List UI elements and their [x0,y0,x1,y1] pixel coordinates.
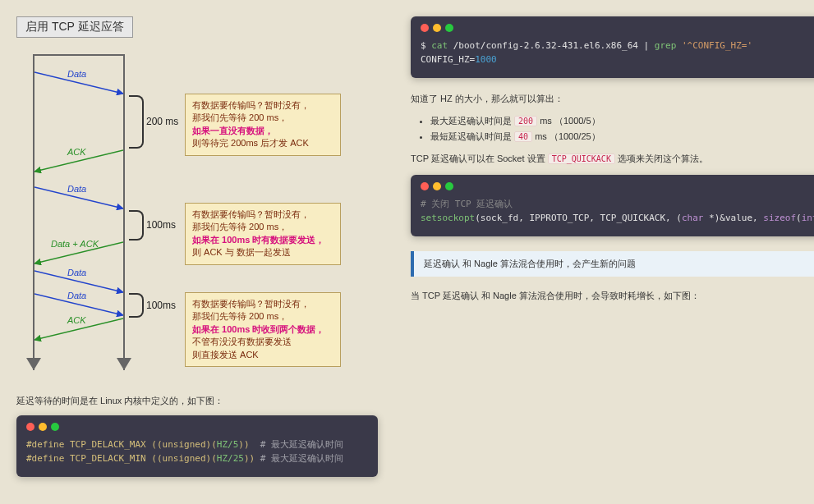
msg-dataack: Data + ACK [34,241,123,265]
maximize-icon [51,423,59,431]
msg-ack-2: ACK [34,317,123,341]
minimize-icon [433,182,441,190]
terminal-body: # 关闭 TCP 延迟确认 setsockopt(sock_fd, IPPROT… [421,198,814,225]
bracket-2 [129,210,144,241]
annotation-3: 有数据要传输吗？暂时没有， 那我们先等待 200 ms， 如果在 100ms 时… [185,292,341,367]
close-icon [26,423,34,431]
window-dots [421,181,814,193]
window-dots [26,422,368,433]
minimize-icon [39,423,47,431]
terminal-delack-define: #define TCP_DELACK_MAX ((unsigned)(HZ/5)… [16,415,378,477]
bullet-max-delay: 最大延迟确认时间是 200 ms （1000/5） [430,115,814,127]
annotation-2: 有数据要传输吗？暂时没有， 那我们先等待 200 ms， 如果在 100ms 时… [185,203,341,265]
left-caption: 延迟等待的时间是在 Linux 内核中定义的，如下图： [16,395,378,407]
bracket-1 [129,95,144,149]
window-dots [421,23,814,34]
left-column: 启用 TCP 延迟应答 Data 200 ms 有数据要传输吗？暂时没有， 那我… [16,16,378,492]
terminal-setsockopt: # 关闭 TCP 延迟确认 setsockopt(sock_fd, IPPROT… [411,175,814,236]
bracket-label-3: 100ms [146,300,176,311]
msg-data-2: Data [34,186,123,210]
paragraph-hz-known: 知道了 HZ 的大小，那么就可以算出： [411,93,814,105]
code-tcp-quickack: TCP_QUICKACK [548,153,615,164]
maximize-icon [445,182,453,190]
timeline-top [33,54,123,56]
msg-data-4: Data [34,292,123,317]
timeline-right [123,54,125,370]
terminal-config-hz: $ cat /boot/config-2.6.32-431.el6.x86_64… [411,16,814,78]
bullet-min-delay: 最短延迟确认时间是 40 ms （1000/25） [430,131,814,143]
maximize-icon [445,24,453,32]
msg-data-1: Data [34,71,123,95]
bracket-label-1: 200 ms [146,116,178,127]
value-200: 200 [514,116,537,126]
paragraph-quickack: TCP 延迟确认可以在 Socket 设置 TCP_QUICKACK 选项来关闭… [411,153,814,165]
delay-bullets: 最大延迟确认时间是 200 ms （1000/5） 最短延迟确认时间是 40 m… [411,115,814,143]
diagram-title: 启用 TCP 延迟应答 [16,16,133,38]
paragraph-nagle-mix: 当 TCP 延迟确认 和 Nagle 算法混合使用时，会导致时耗增长，如下图： [411,290,814,302]
blockquote-nagle: 延迟确认 和 Nagle 算法混合使用时，会产生新的问题 [411,251,814,277]
right-column: $ cat /boot/config-2.6.32-431.el6.x86_64… [411,16,814,492]
terminal-body: $ cat /boot/config-2.6.32-431.el6.x86_64… [421,39,814,66]
bracket-3 [129,293,144,318]
close-icon [421,24,429,32]
value-40: 40 [514,131,532,142]
msg-ack-1: ACK [34,149,123,173]
close-icon [421,182,429,190]
bracket-label-2: 100ms [146,219,176,231]
terminal-body: #define TCP_DELACK_MAX ((unsigned)(HZ/5)… [26,438,368,465]
minimize-icon [433,24,441,32]
tcp-delayed-ack-diagram: Data 200 ms 有数据要传输吗？暂时没有， 那我们先等待 200 ms，… [16,46,361,383]
annotation-1: 有数据要传输吗？暂时没有， 那我们先等待 200 ms， 如果一直没有数据， 则… [185,94,341,156]
